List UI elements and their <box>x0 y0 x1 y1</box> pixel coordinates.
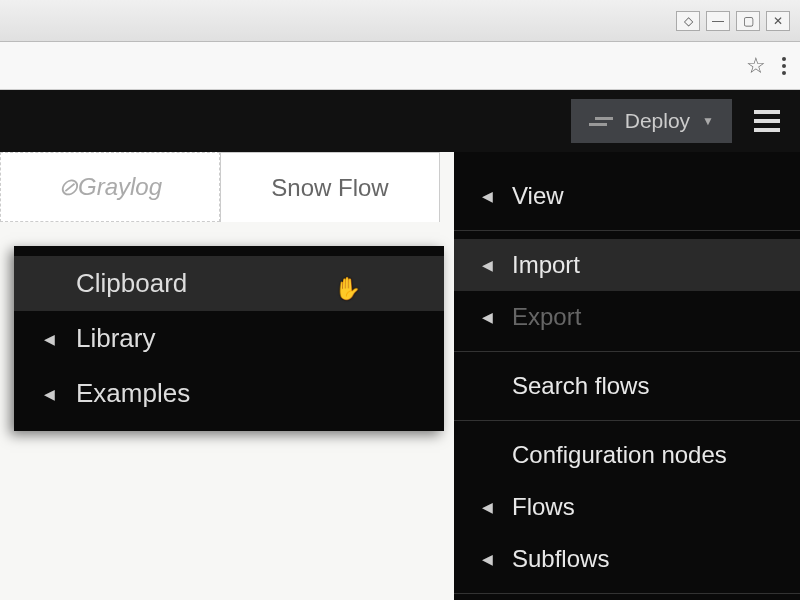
chevron-down-icon: ▼ <box>702 114 714 128</box>
main-dropdown-menu: ◀ View ◀ Import ◀ Export ◀ Search flows … <box>454 152 800 600</box>
menu-divider <box>454 593 800 594</box>
tab-label: Graylog <box>78 173 162 201</box>
maximize-button[interactable]: ▢ <box>736 11 760 31</box>
deploy-button[interactable]: Deploy ▼ <box>571 99 732 143</box>
menu-divider <box>454 230 800 231</box>
tab-label: Snow Flow <box>271 174 388 202</box>
browser-menu-icon[interactable] <box>782 57 786 75</box>
minimize-button[interactable]: — <box>706 11 730 31</box>
menu-label: Flows <box>512 493 575 521</box>
submenu-arrow-icon: ◀ <box>482 309 496 325</box>
menu-configuration-nodes[interactable]: ◀ Configuration nodes <box>454 429 800 481</box>
menu-subflows[interactable]: ◀ Subflows <box>454 533 800 585</box>
app-header: Deploy ▼ <box>0 90 800 152</box>
submenu-arrow-icon: ◀ <box>44 331 58 347</box>
browser-title-bar: ◇ — ▢ ✕ <box>0 0 800 42</box>
submenu-arrow-icon: ◀ <box>482 551 496 567</box>
menu-view[interactable]: ◀ View <box>454 170 800 222</box>
submenu-library[interactable]: ◀ Library <box>14 311 444 366</box>
submenu-label: Examples <box>76 378 190 409</box>
browser-toolbar: ☆ <box>0 42 800 90</box>
menu-search-flows[interactable]: ◀ Search flows <box>454 360 800 412</box>
flow-tabs: ⊘ Graylog Snow Flow <box>0 152 440 222</box>
submenu-arrow-icon: ◀ <box>482 188 496 204</box>
menu-flows[interactable]: ◀ Flows <box>454 481 800 533</box>
submenu-label: Library <box>76 323 155 354</box>
menu-label: Subflows <box>512 545 609 573</box>
deploy-label: Deploy <box>625 109 690 133</box>
submenu-arrow-icon: ◀ <box>482 499 496 515</box>
menu-label: Export <box>512 303 581 331</box>
menu-label: Search flows <box>512 372 649 400</box>
tab-graylog[interactable]: ⊘ Graylog <box>0 152 220 222</box>
menu-label: Configuration nodes <box>512 441 727 469</box>
submenu-examples[interactable]: ◀ Examples <box>14 366 444 421</box>
menu-divider <box>454 351 800 352</box>
submenu-label: Clipboard <box>76 268 187 299</box>
hamburger-menu-icon[interactable] <box>754 110 780 132</box>
menu-import[interactable]: ◀ Import <box>454 239 800 291</box>
submenu-arrow-icon: ◀ <box>482 257 496 273</box>
import-submenu: ◀ Clipboard ◀ Library ◀ Examples <box>14 246 444 431</box>
menu-divider <box>454 420 800 421</box>
close-window-button[interactable]: ✕ <box>766 11 790 31</box>
menu-export: ◀ Export <box>454 291 800 343</box>
tab-snow-flow[interactable]: Snow Flow <box>220 152 440 222</box>
menu-label: View <box>512 182 564 210</box>
deploy-icon <box>589 117 613 126</box>
bookmark-star-icon[interactable]: ☆ <box>746 53 766 79</box>
submenu-arrow-icon: ◀ <box>44 386 58 402</box>
submenu-clipboard[interactable]: ◀ Clipboard <box>14 256 444 311</box>
menu-label: Import <box>512 251 580 279</box>
user-icon[interactable]: ◇ <box>676 11 700 31</box>
